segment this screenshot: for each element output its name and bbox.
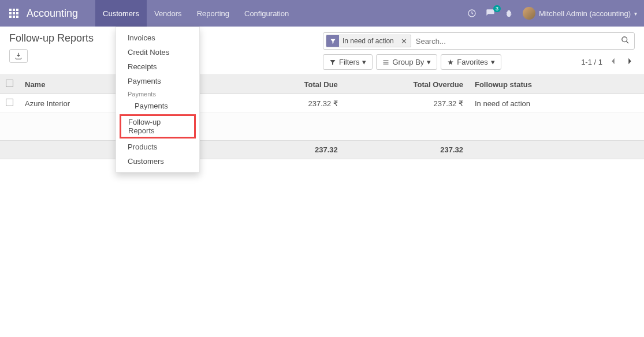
search-facet: In need of action ✕	[326, 35, 411, 47]
svg-point-10	[622, 37, 627, 42]
spacer-row	[0, 113, 644, 127]
totals-row: 237.32 237.32	[0, 141, 644, 159]
svg-rect-8	[16, 16, 18, 18]
avatar	[523, 7, 535, 20]
svg-rect-7	[13, 16, 15, 18]
apps-icon[interactable]	[7, 6, 21, 20]
caret-down-icon: ▾	[362, 58, 366, 66]
pager-next[interactable]	[624, 55, 635, 69]
dd-invoices[interactable]: Invoices	[116, 31, 199, 45]
total-due: 237.32	[256, 141, 344, 159]
nav-menu: Customers Vendors Reporting Configuratio…	[95, 0, 296, 27]
download-button[interactable]	[9, 49, 28, 63]
cell-due: 237.32 ₹	[256, 94, 344, 113]
col-total-due[interactable]: Total Due	[256, 75, 344, 94]
pager-text: 1-1 / 1	[581, 58, 602, 66]
caret-down-icon: ▾	[427, 58, 431, 66]
groupby-button[interactable]: Group By ▾	[376, 54, 437, 70]
nav-reporting[interactable]: Reporting	[189, 0, 237, 27]
checkbox-icon	[6, 80, 13, 87]
total-overdue: 237.32	[344, 141, 469, 159]
svg-rect-2	[16, 9, 18, 11]
table-row[interactable]: Azure Interior 237.32 ₹ 237.32 ₹ In need…	[0, 94, 644, 113]
svg-rect-1	[13, 9, 15, 11]
search-input[interactable]	[411, 37, 616, 46]
nav-right: 3 Mitchell Admin (accounting) ▾	[467, 0, 644, 27]
dd-products[interactable]: Products	[116, 140, 199, 154]
customers-dropdown: Invoices Credit Notes Receipts Payments …	[116, 27, 200, 173]
checkbox-icon	[6, 99, 13, 106]
list-icon	[382, 59, 389, 66]
control-panel: Follow-up Reports In need of action ✕	[0, 27, 644, 75]
table-header-row: Name Total Due Total Overdue Followup st…	[0, 75, 644, 94]
download-icon	[14, 52, 23, 60]
search-bar: In need of action ✕	[323, 32, 635, 50]
facet-remove[interactable]: ✕	[397, 37, 411, 46]
row-select[interactable]	[0, 94, 19, 113]
nav-configuration[interactable]: Configuration	[237, 0, 296, 27]
svg-rect-6	[9, 16, 12, 18]
cell-status: In need of action	[469, 94, 644, 113]
facet-label: In need of action	[339, 37, 397, 45]
filters-button[interactable]: Filters ▾	[323, 54, 373, 70]
main-navbar: Accounting Customers Vendors Reporting C…	[0, 0, 644, 27]
messages-icon[interactable]: 3	[486, 9, 495, 18]
pager-prev[interactable]	[608, 55, 619, 69]
dd-customers[interactable]: Customers	[116, 154, 199, 168]
messages-badge: 3	[493, 5, 501, 12]
col-total-overdue[interactable]: Total Overdue	[344, 75, 469, 94]
spacer-row	[0, 127, 644, 141]
dd-credit-notes[interactable]: Credit Notes	[116, 45, 199, 59]
svg-rect-0	[9, 9, 12, 11]
clock-icon[interactable]	[467, 9, 477, 18]
caret-down-icon: ▾	[634, 10, 637, 17]
cell-overdue: 237.32 ₹	[344, 94, 469, 113]
dd-receipts[interactable]: Receipts	[116, 59, 199, 74]
caret-down-icon: ▾	[491, 58, 495, 66]
favorites-button[interactable]: Favorites ▾	[441, 54, 501, 70]
dd-followup-reports[interactable]: Follow-up Reports	[120, 114, 196, 138]
svg-rect-4	[13, 12, 15, 14]
user-menu[interactable]: Mitchell Admin (accounting) ▾	[523, 7, 637, 20]
funnel-icon	[329, 59, 336, 66]
app-brand[interactable]: Accounting	[27, 8, 95, 20]
svg-rect-5	[16, 12, 18, 14]
list-view: Name Total Due Total Overdue Followup st…	[0, 75, 644, 159]
pager: 1-1 / 1	[581, 55, 635, 69]
user-name: Mitchell Admin (accounting)	[539, 9, 631, 18]
star-icon	[447, 59, 454, 66]
dd-payments-header: Payments	[116, 88, 199, 99]
search-icon[interactable]	[616, 36, 634, 46]
dd-payments-sub[interactable]: Payments	[116, 99, 199, 113]
toolbar: Filters ▾ Group By ▾ Favorites ▾ 1-1 / 1	[323, 54, 635, 70]
filter-icon	[326, 35, 339, 47]
dd-payments-top[interactable]: Payments	[116, 74, 199, 88]
svg-rect-3	[9, 12, 12, 14]
nav-customers[interactable]: Customers	[95, 0, 147, 27]
select-all-cell[interactable]	[0, 75, 19, 94]
page-title: Follow-up Reports	[9, 32, 94, 44]
bug-icon[interactable]	[504, 9, 513, 18]
nav-vendors[interactable]: Vendors	[147, 0, 189, 27]
col-followup-status[interactable]: Followup status	[469, 75, 644, 94]
